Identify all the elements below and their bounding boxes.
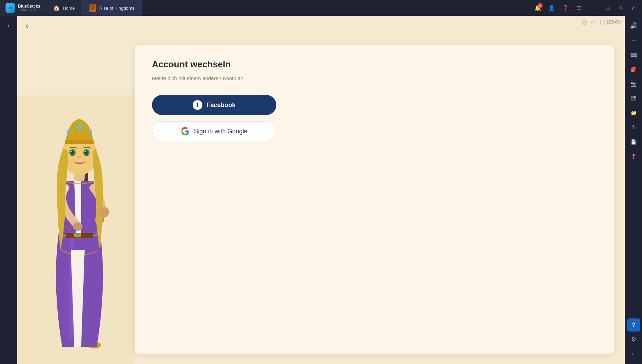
bluestacks-logo: [6, 3, 15, 13]
svg-rect-32: [601, 20, 605, 24]
google-icon: [181, 127, 190, 136]
right-sidebar: 🔊 ⋯ ⌨ 🎒 📷 🎬 📁 ⏱ 💾 📍 ⋯ ? ⚙ ←: [625, 16, 642, 364]
settings-button[interactable]: ⚙: [627, 333, 640, 346]
files-button[interactable]: 📁: [627, 106, 640, 119]
game-tab-icon: ⚔: [89, 4, 96, 12]
home-tab-label: Home: [63, 6, 75, 11]
facebook-icon: f: [193, 100, 202, 110]
screenshot-button[interactable]: 📷: [627, 77, 640, 90]
game-tab[interactable]: ⚔ Rise of Kingdoms: [82, 0, 142, 16]
back-icon: ‹: [26, 20, 29, 31]
macro-button[interactable]: 💾: [627, 135, 640, 149]
facebook-button[interactable]: f Facebook: [152, 95, 276, 115]
keyboard-button[interactable]: ⌨: [627, 48, 640, 61]
content-back-button[interactable]: ‹: [21, 19, 33, 32]
maximize-button[interactable]: □: [602, 2, 614, 14]
google-button[interactable]: Sign in with Google: [152, 121, 276, 141]
notification-button[interactable]: 🔔 8: [531, 2, 544, 14]
top-right-logos: lilith LEGOU: [582, 19, 621, 25]
minimize-button[interactable]: ─: [590, 2, 602, 14]
profile-button[interactable]: 👤: [545, 2, 558, 14]
notification-badge: 8: [538, 3, 543, 8]
svg-rect-28: [65, 140, 94, 144]
google-label: Sign in with Google: [194, 128, 247, 135]
legou-logo: LEGOU: [600, 19, 621, 25]
bluestacks-name: BlueStacks: [18, 4, 40, 9]
window-controls: ─ □ ✕ ⤢: [590, 2, 639, 14]
titlebar-left: BlueStacks 4.230.0.1103 🏠 Home ⚔ Rise of…: [0, 0, 142, 16]
dots-button-1[interactable]: ⋯: [627, 34, 640, 47]
help-icon-button[interactable]: ?: [627, 318, 640, 332]
content-area: ‹ lilith LEGOU Account wechseln Melde di…: [17, 16, 625, 364]
svg-point-23: [71, 151, 72, 152]
svg-point-26: [67, 130, 70, 134]
home-icon: 🏠: [53, 5, 60, 11]
game-tab-label: Rise of Kingdoms: [99, 6, 134, 11]
location-button[interactable]: 📍: [627, 150, 640, 163]
svg-point-27: [89, 130, 92, 134]
help-button[interactable]: ❓: [559, 2, 572, 14]
left-sidebar: ‹: [0, 16, 17, 364]
bluestacks-version: 4.230.0.1103: [18, 9, 40, 12]
timer-button[interactable]: ⏱: [627, 121, 640, 134]
dialog-panel: Account wechseln Melde dich mit einem an…: [135, 45, 614, 354]
back-button[interactable]: ‹: [2, 19, 15, 32]
close-button[interactable]: ✕: [614, 2, 627, 14]
apps-button[interactable]: 🎒: [627, 63, 640, 76]
volume-button[interactable]: 🔊: [627, 19, 640, 32]
menu-button[interactable]: ☰: [573, 2, 585, 14]
home-tab[interactable]: 🏠 Home: [46, 0, 82, 16]
record-button[interactable]: 🎬: [627, 92, 640, 105]
bluestacks-tab: BlueStacks 4.230.0.1103: [0, 0, 46, 16]
svg-point-15: [73, 222, 83, 231]
dialog-title: Account wechseln: [152, 59, 597, 70]
svg-point-24: [85, 151, 86, 152]
svg-point-25: [77, 125, 82, 130]
titlebar-right: 🔔 8 👤 ❓ ☰ ─ □ ✕ ⤢: [531, 2, 642, 14]
more-button[interactable]: ⋯: [627, 164, 640, 178]
titlebar: BlueStacks 4.230.0.1103 🏠 Home ⚔ Rise of…: [0, 0, 642, 16]
bluestacks-info: BlueStacks 4.230.0.1103: [18, 4, 40, 12]
facebook-label: Facebook: [207, 102, 236, 109]
expand-button[interactable]: ⤢: [627, 2, 639, 14]
svg-point-31: [583, 21, 585, 23]
back-sidebar-button[interactable]: ←: [627, 347, 640, 361]
dialog-subtitle: Melde dich mit einem anderen Konto an.: [152, 75, 597, 81]
lilith-logo: lilith: [582, 19, 596, 25]
character-illustration: [17, 95, 135, 364]
svg-point-29: [98, 207, 109, 218]
main-layout: ‹: [0, 16, 642, 364]
